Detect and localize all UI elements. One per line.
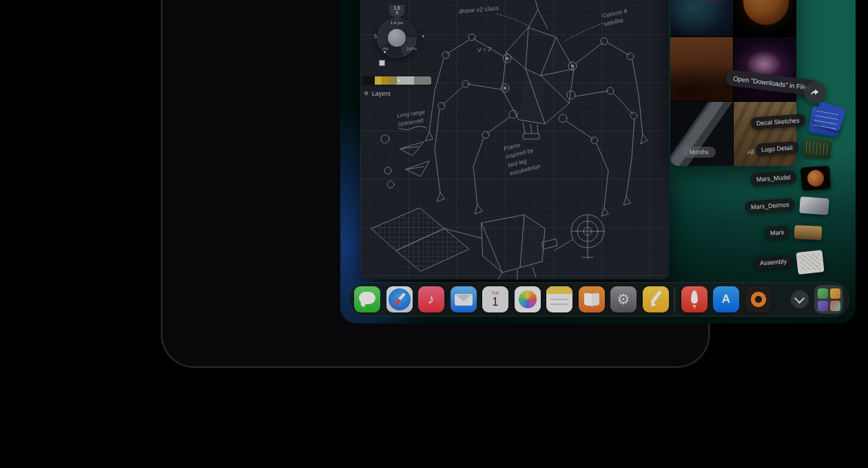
tool-wheel[interactable]: 1.6 1.6 pts ◐ 0% 100%	[373, 0, 422, 64]
app-library-tile	[830, 301, 840, 311]
drag-item-thumbnail[interactable]	[799, 197, 829, 215]
dock-app-calendar[interactable]: Tue 1	[482, 286, 508, 312]
app-library-tile	[830, 288, 840, 299]
app-library-tile	[818, 288, 828, 299]
dock: ♪ Tue 1 ⚙ A	[349, 282, 849, 317]
layers-menu-icon: ≡	[364, 89, 369, 97]
dock-app-messages[interactable]	[354, 286, 380, 312]
pen-icon[interactable]	[373, 34, 378, 41]
drag-item-mars[interactable]: Mars	[765, 226, 822, 240]
concepts-app-window: ⊞ Concepts_blue... ⠿ ≡ 59% 90° PRO ↧ ↥	[360, 0, 669, 279]
dock-app-appstore[interactable]: A	[713, 286, 739, 312]
dock-divider	[674, 287, 675, 312]
drag-item-label: Assembly	[754, 255, 792, 270]
drag-item-logo-detail[interactable]: Logo Detail	[756, 140, 831, 158]
drag-item-thumbnail[interactable]	[800, 166, 830, 191]
ipad-device: ⊞ Concepts_blue... ⠿ ≡ 59% 90° PRO ↧ ↥	[163, 0, 708, 366]
palette-color-olive[interactable]	[389, 76, 397, 85]
palette-color-gray[interactable]	[414, 76, 431, 85]
pen-icon	[395, 10, 400, 15]
brush-size-value: 1.6	[393, 6, 400, 10]
palette-color-gold[interactable]	[382, 76, 389, 85]
tool-wheel-core[interactable]	[388, 29, 406, 47]
dock-app-books[interactable]	[579, 286, 605, 312]
tab-months[interactable]: Months	[683, 147, 716, 158]
dock-app-notes[interactable]	[546, 286, 572, 312]
drag-item-thumbnail[interactable]	[794, 225, 823, 240]
drag-item-decal-sketches[interactable]: Decal Sketches	[751, 109, 840, 135]
ipad-screen: ⊞ Concepts_blue... ⠿ ≡ 59% 90° PRO ↧ ↥	[340, 0, 856, 323]
handwritten-annotation: V = 2	[477, 45, 491, 54]
drag-item-thumbnail[interactable]	[808, 106, 843, 137]
color-palette-strip	[362, 76, 431, 85]
layers-button[interactable]: ≡ Layers	[364, 89, 391, 97]
forward-arrow-icon	[809, 87, 820, 98]
drawing-canvas[interactable]: drone v2 class Comms & satellite V = 2 L…	[360, 0, 669, 279]
app-library-tile	[818, 301, 828, 311]
drag-item-assembly[interactable]: Assembly	[754, 251, 823, 273]
layers-label: Layers	[372, 90, 391, 97]
calendar-date: 1	[493, 297, 499, 308]
drag-item-label: Mars_Model	[750, 171, 796, 187]
dock-app-music[interactable]: ♪	[418, 286, 444, 312]
appstore-a-icon: A	[722, 292, 730, 306]
drag-item-label: Decal Sketches	[750, 114, 805, 129]
palette-color-black[interactable]	[362, 76, 375, 85]
palette-selection-dot	[397, 79, 400, 82]
app-library-button[interactable]	[814, 285, 843, 314]
music-note-icon: ♪	[428, 292, 435, 307]
dock-app-settings[interactable]: ⚙	[610, 286, 637, 312]
drag-item-label: Mars_Deimos	[745, 198, 795, 214]
palette-color-yellow[interactable]	[375, 76, 382, 85]
drag-item-thumbnail[interactable]	[796, 250, 824, 275]
dock-app-photos[interactable]	[515, 286, 541, 312]
drag-item-mars-deimos[interactable]: Mars_Deimos	[745, 198, 829, 214]
brush-size-label: 1.6 pts	[377, 21, 417, 25]
drop-forward-badge	[804, 81, 826, 103]
opacity-max-label: 100%	[406, 47, 417, 51]
opacity-contrast-icon[interactable]: ◐	[422, 34, 425, 39]
dock-app-rocket[interactable]	[681, 286, 707, 312]
dock-app-safari[interactable]	[386, 286, 413, 312]
dock-app-pencil-sketch[interactable]	[643, 286, 669, 312]
opacity-min-label: 0%	[382, 47, 389, 51]
dock-hide-chevron-button[interactable]	[791, 290, 809, 308]
dock-app-mail[interactable]	[451, 286, 477, 312]
brush-size-pointer[interactable]: 1.6	[389, 5, 404, 19]
drag-item-thumbnail[interactable]	[802, 138, 831, 158]
screen-content: ⊞ Concepts_blue... ⠿ ≡ 59% 90° PRO ↧ ↥	[340, 0, 856, 323]
color-swatch[interactable]	[379, 60, 385, 66]
calendar-day: Tue	[492, 291, 499, 296]
drag-item-label: Mars	[764, 226, 789, 240]
drag-item-label: Logo Detail	[755, 141, 798, 156]
gear-icon: ⚙	[617, 291, 630, 308]
drag-item-mars-model[interactable]: Mars_Model	[751, 167, 830, 190]
dock-app-orange-lens[interactable]	[745, 286, 772, 312]
